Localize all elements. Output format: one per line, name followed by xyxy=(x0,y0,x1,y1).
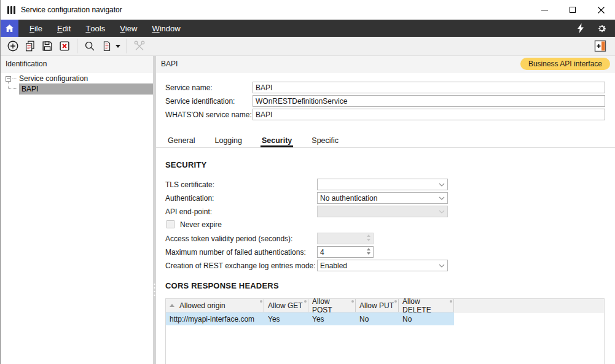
field-label: Service name: xyxy=(165,83,253,92)
whatson-service-name-input[interactable] xyxy=(253,109,605,120)
field-row: Creation of REST exchange log entries mo… xyxy=(165,260,448,271)
tab-general[interactable]: General xyxy=(166,134,196,147)
field-label: Creation of REST exchange log entries mo… xyxy=(165,261,317,270)
table-cell-allow-get: Yes xyxy=(264,312,308,325)
search-button[interactable] xyxy=(81,38,98,55)
copy-button[interactable] xyxy=(22,38,39,55)
home-icon xyxy=(5,24,14,33)
table-row[interactable]: http://myapi-interface.com Yes Yes No No xyxy=(166,312,604,325)
sidebar-header-label: Identification xyxy=(6,60,47,68)
field-row: Service name: xyxy=(165,82,605,93)
menu-bar-right xyxy=(573,20,615,37)
add-button[interactable] xyxy=(4,38,22,55)
table-cell-allowed-origin: http://myapi-interface.com xyxy=(166,312,264,325)
column-header-allow-put[interactable]: Allow PUT xyxy=(356,299,399,312)
maximize-button[interactable] xyxy=(558,0,587,20)
service-name-input[interactable] xyxy=(253,82,605,93)
report-dropdown-caret-icon[interactable] xyxy=(116,45,120,48)
column-header-allow-post[interactable]: Allow POST xyxy=(308,299,356,312)
tab-specific[interactable]: Specific xyxy=(310,134,340,147)
type-badge: Business API interface xyxy=(520,58,610,70)
column-header-allow-delete[interactable]: Allow DELETE xyxy=(399,299,454,312)
tools-button xyxy=(131,38,148,55)
toolbar-separator xyxy=(77,39,77,53)
search-icon xyxy=(83,39,96,53)
flash-button[interactable] xyxy=(573,21,588,36)
tree-item-bapi[interactable]: BAPI xyxy=(19,83,153,95)
cors-table: Allowed origin Allow GET Allow POST Allo… xyxy=(165,298,605,364)
document-icon xyxy=(101,39,113,53)
max-failed-auth-spinbox[interactable]: 4 xyxy=(317,246,374,258)
main-panel: BAPI Business API interface Service name… xyxy=(156,56,615,364)
column-header-label: Allow GET xyxy=(268,301,303,310)
never-expire-checkbox[interactable] xyxy=(166,220,174,228)
minimize-button[interactable] xyxy=(530,0,558,20)
field-row: TLS certificate: xyxy=(165,179,448,190)
toolbar xyxy=(1,37,615,56)
report-button[interactable] xyxy=(98,38,116,55)
collapse-toggle-icon[interactable] xyxy=(6,76,11,82)
title-bar: Service configuration navigator xyxy=(1,0,615,20)
menu-item-window[interactable]: Window xyxy=(144,20,187,37)
token-validity-spinbox xyxy=(317,233,374,244)
panel-add-button[interactable] xyxy=(592,38,609,55)
security-section-heading: SECURITY xyxy=(165,160,206,169)
menu-item-view[interactable]: View xyxy=(112,20,144,37)
column-header-label: Allow POST xyxy=(312,297,351,314)
sidebar: Identification Service configuration BAP… xyxy=(1,56,153,364)
service-identification-input[interactable] xyxy=(253,95,605,107)
field-label: Authentication: xyxy=(165,194,317,203)
column-header-filler xyxy=(454,299,604,312)
scissors-icon xyxy=(133,39,146,53)
field-row: API end-point: xyxy=(165,206,448,217)
column-header-label: Allow PUT xyxy=(359,301,394,310)
combobox-value: Enabled xyxy=(320,261,347,270)
chevron-down-icon xyxy=(439,196,445,200)
field-label: Service identification: xyxy=(165,97,253,106)
checkbox-label: Never expire xyxy=(180,220,222,229)
field-label: Maximum number of failed authentications… xyxy=(165,248,317,257)
minimize-icon xyxy=(541,10,548,10)
tls-certificate-combobox[interactable] xyxy=(317,179,448,190)
content-area: Identification Service configuration BAP… xyxy=(1,56,615,364)
toolbar-separator xyxy=(127,39,127,53)
column-header-label: Allow DELETE xyxy=(402,297,450,314)
menu-item-file[interactable]: File xyxy=(22,20,50,37)
column-header-allow-get[interactable]: Allow GET xyxy=(264,299,308,312)
column-header-label: Allowed origin xyxy=(179,301,225,310)
chevron-down-icon xyxy=(439,183,445,187)
table-cell-allow-delete: No xyxy=(399,312,454,325)
column-header-allowed-origin[interactable]: Allowed origin xyxy=(166,299,264,312)
menu-item-edit[interactable]: Edit xyxy=(50,20,78,37)
tab-bar: General Logging Security Specific xyxy=(156,134,615,148)
table-header-row: Allowed origin Allow GET Allow POST Allo… xyxy=(166,298,604,312)
rest-log-mode-combobox[interactable]: Enabled xyxy=(317,260,448,271)
tree-item-service-configuration[interactable]: Service configuration xyxy=(1,74,153,83)
settings-button[interactable] xyxy=(594,21,609,36)
app-window: Service configuration navigator File Edi… xyxy=(0,0,615,364)
save-button[interactable] xyxy=(39,38,56,55)
field-row: Access token validity period (seconds): xyxy=(165,233,374,244)
toolbar-right xyxy=(592,38,611,55)
delete-button[interactable] xyxy=(56,38,73,55)
page-title: BAPI xyxy=(161,60,178,68)
authentication-combobox[interactable]: No authentication xyxy=(317,192,448,204)
field-row: Never expire xyxy=(165,219,222,230)
menu-bar: File Edit Tools View Window xyxy=(1,20,615,37)
spin-up-button[interactable] xyxy=(367,248,370,250)
field-row: Authentication: No authentication xyxy=(165,192,448,204)
menu-item-tools[interactable]: Tools xyxy=(78,20,112,37)
sidebar-header: Identification xyxy=(1,56,153,72)
home-button[interactable] xyxy=(1,20,18,37)
tab-logging[interactable]: Logging xyxy=(213,134,243,147)
app-logo-icon xyxy=(7,6,15,14)
close-button[interactable] xyxy=(587,0,615,20)
field-row: Maximum number of failed authentications… xyxy=(165,246,374,258)
field-label: Access token validity period (seconds): xyxy=(165,234,317,243)
tab-security[interactable]: Security xyxy=(260,134,293,147)
spin-down-button[interactable] xyxy=(367,252,370,255)
gear-icon xyxy=(597,24,606,33)
copy-icon xyxy=(23,39,37,53)
field-label: API end-point: xyxy=(165,207,317,216)
save-icon xyxy=(41,39,54,53)
